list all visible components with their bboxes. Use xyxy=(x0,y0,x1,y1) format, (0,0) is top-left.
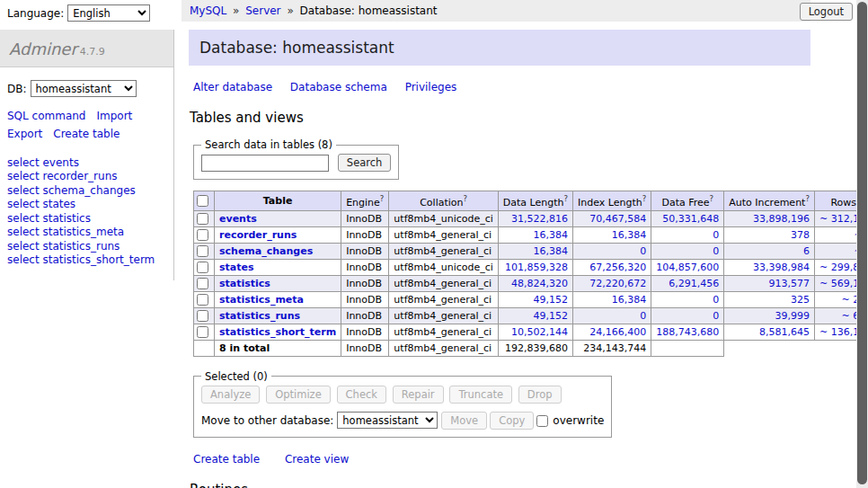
table-name-link[interactable]: statistics_short_term xyxy=(219,326,336,338)
search-input[interactable] xyxy=(201,155,329,172)
breadcrumb-server-link[interactable]: Server xyxy=(245,4,280,17)
create-table-link[interactable]: Create table xyxy=(193,453,260,466)
index-length-link[interactable]: 67,256,320 xyxy=(589,262,646,273)
table-name-link[interactable]: states xyxy=(219,262,254,273)
help-link[interactable]: ? xyxy=(710,194,714,203)
row-checkbox[interactable] xyxy=(197,213,208,225)
data-free-link[interactable]: 0 xyxy=(713,245,719,257)
copy-button[interactable]: Copy xyxy=(490,412,534,430)
breadcrumb-mysql-link[interactable]: MySQL xyxy=(190,4,226,17)
data-length-link[interactable]: 49,152 xyxy=(534,310,569,322)
table-name-cell: statistics_meta xyxy=(215,291,341,307)
scrollbar-thumb[interactable] xyxy=(857,2,867,484)
sidebar-sql-command-link[interactable]: SQL command xyxy=(7,110,85,122)
row-checkbox[interactable] xyxy=(197,229,208,241)
row-checkbox[interactable] xyxy=(197,326,208,338)
drop-button[interactable]: Drop xyxy=(518,386,562,404)
table-name-link[interactable]: schema_changes xyxy=(219,245,313,257)
help-link[interactable]: ? xyxy=(464,194,468,203)
repair-button[interactable]: Repair xyxy=(393,386,444,404)
sidebar-item-select-states[interactable]: select states xyxy=(7,198,166,212)
data-free-link[interactable]: 0 xyxy=(713,229,719,241)
index-length-link[interactable]: 24,166,400 xyxy=(589,326,646,338)
sidebar-item-select-events[interactable]: select events xyxy=(7,156,166,171)
move-db-select[interactable]: homeassistant xyxy=(337,412,438,429)
sidebar-item-select-recorder-runs[interactable]: select recorder_runs xyxy=(7,170,166,184)
select-all-checkbox[interactable] xyxy=(197,195,208,207)
data-length-link[interactable]: 101,859,328 xyxy=(505,262,568,273)
sidebar-export-link[interactable]: Export xyxy=(7,128,42,140)
data-free-link[interactable]: 188,743,680 xyxy=(656,326,719,338)
collation-cell: utf8mb4_general_ci xyxy=(389,307,498,324)
auto-increment-link[interactable]: 8,581,645 xyxy=(759,326,810,338)
alter-database-link[interactable]: Alter database xyxy=(193,81,272,93)
help-link[interactable]: ? xyxy=(805,194,810,203)
data-length-link[interactable]: 48,824,320 xyxy=(511,278,568,289)
data-length-link[interactable]: 10,502,144 xyxy=(511,326,568,338)
index-length-link[interactable]: 72,220,672 xyxy=(589,278,646,289)
data-free-link[interactable]: 6,291,456 xyxy=(669,278,719,289)
row-checkbox[interactable] xyxy=(197,278,208,289)
create-view-link[interactable]: Create view xyxy=(285,453,349,466)
sidebar-item-select-statistics-runs[interactable]: select statistics_runs xyxy=(7,240,166,254)
auto-increment-cell: 33,398,984 xyxy=(724,259,815,275)
data-free-link[interactable]: 104,857,600 xyxy=(656,262,719,273)
help-link[interactable]: ? xyxy=(380,194,385,203)
data-free-link[interactable]: 0 xyxy=(713,294,719,306)
scrollbar[interactable] xyxy=(856,0,868,488)
auto-increment-link[interactable]: 39,999 xyxy=(775,310,810,322)
index-length-link[interactable]: 70,467,584 xyxy=(589,213,646,225)
auto-increment-link[interactable]: 33,398,984 xyxy=(753,262,810,273)
index-length-link[interactable]: 0 xyxy=(640,310,646,322)
auto-increment-link[interactable]: 325 xyxy=(791,294,810,306)
sidebar-item-select-statistics[interactable]: select statistics xyxy=(7,212,166,226)
language-select[interactable]: English xyxy=(67,4,150,22)
privileges-link[interactable]: Privileges xyxy=(405,81,457,93)
optimize-button[interactable]: Optimize xyxy=(266,386,331,404)
help-link[interactable]: ? xyxy=(642,194,647,203)
row-checkbox[interactable] xyxy=(197,245,208,257)
sidebar-item-select-schema-changes[interactable]: select schema_changes xyxy=(7,184,166,199)
auto-increment-link[interactable]: 33,898,196 xyxy=(753,213,810,225)
row-checkbox[interactable] xyxy=(197,262,208,273)
data-free-link[interactable]: 0 xyxy=(713,310,719,322)
search-button[interactable]: Search xyxy=(338,154,392,172)
sidebar-item-select-statistics-short-term[interactable]: select statistics_short_term xyxy=(7,253,166,268)
index-length-link[interactable]: 0 xyxy=(640,245,646,257)
auto-increment-link[interactable]: 913,577 xyxy=(768,278,810,289)
row-checkbox[interactable] xyxy=(197,310,208,322)
index-length-link[interactable]: 16,384 xyxy=(612,229,647,241)
truncate-button[interactable]: Truncate xyxy=(449,386,512,404)
data-length-link[interactable]: 49,152 xyxy=(534,294,569,306)
table-name-cell: statistics_runs xyxy=(215,307,341,324)
table-name-link[interactable]: statistics_meta xyxy=(219,294,304,306)
index-length-link[interactable]: 16,384 xyxy=(612,294,647,306)
auto-increment-link[interactable]: 378 xyxy=(791,229,810,241)
table-name-link[interactable]: statistics xyxy=(219,278,270,289)
data-length-link[interactable]: 16,384 xyxy=(534,229,569,241)
logout-button[interactable]: Logout xyxy=(800,3,853,21)
auto-increment-cell: 913,577 xyxy=(724,275,815,291)
database-schema-link[interactable]: Database schema xyxy=(290,81,387,93)
index-length-cell: 72,220,672 xyxy=(573,275,651,291)
row-checkbox[interactable] xyxy=(197,294,208,306)
move-button[interactable]: Move xyxy=(441,412,487,430)
data-free-link[interactable]: 50,331,648 xyxy=(662,213,719,225)
analyze-button[interactable]: Analyze xyxy=(201,386,260,404)
db-select[interactable]: homeassistant xyxy=(31,80,137,97)
data-length-link[interactable]: 31,522,816 xyxy=(511,213,568,225)
sidebar-import-link[interactable]: Import xyxy=(96,110,132,122)
auto-increment-link[interactable]: 6 xyxy=(803,245,810,257)
sidebar-item-select-statistics-meta[interactable]: select statistics_meta xyxy=(7,226,166,240)
table-name-cell: recorder_runs xyxy=(215,226,341,243)
app-name-link[interactable]: Adminer xyxy=(9,40,77,58)
table-name-link[interactable]: statistics_runs xyxy=(219,310,300,322)
table-name-link[interactable]: events xyxy=(219,213,257,225)
data-length-link[interactable]: 16,384 xyxy=(534,245,569,257)
table-name-link[interactable]: recorder_runs xyxy=(219,229,297,241)
help-link[interactable]: ? xyxy=(564,194,569,203)
check-button[interactable]: Check xyxy=(337,386,386,404)
sidebar-create-table-link[interactable]: Create table xyxy=(53,128,120,140)
select-all-header xyxy=(194,191,215,211)
overwrite-checkbox[interactable] xyxy=(536,415,548,427)
